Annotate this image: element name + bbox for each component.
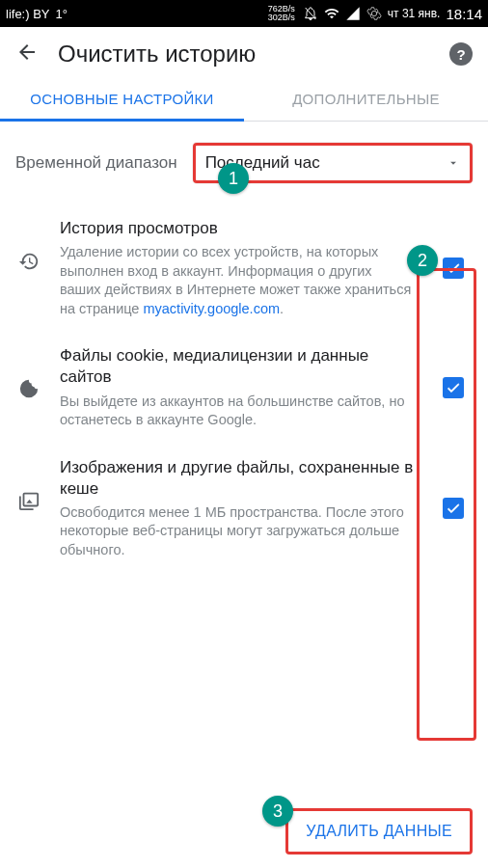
history-icon (18, 251, 40, 272)
wifi-icon (324, 6, 339, 21)
tab-indicator (0, 119, 244, 122)
signal-icon (345, 6, 361, 21)
chevron-down-icon (447, 156, 460, 170)
status-date: чт 31 янв. (388, 7, 441, 20)
checkbox-cookies[interactable] (443, 377, 464, 398)
carrier-label: life:) BY (6, 7, 50, 21)
action-bar: УДАЛИТЬ ДАННЫЕ (285, 808, 473, 854)
check-icon (446, 260, 461, 276)
dnd-icon (303, 6, 318, 21)
tab-advanced[interactable]: ДОПОЛНИТЕЛЬНЫЕ (244, 77, 488, 121)
tabs: ОСНОВНЫЕ НАСТРОЙКИ ДОПОЛНИТЕЛЬНЫЕ (0, 77, 488, 122)
net-speed-up: 302B/s (268, 14, 295, 22)
arrow-back-icon (15, 41, 39, 64)
help-button[interactable]: ? (449, 42, 473, 66)
android-status-bar: life:) BY 1° 762B/s 302B/s чт 31 янв. 18… (0, 0, 488, 27)
app-header: Очистить историю ? (0, 27, 488, 77)
clear-data-button[interactable]: УДАЛИТЬ ДАННЫЕ (285, 808, 473, 854)
temperature: 1° (56, 7, 68, 21)
option-cached-images[interactable]: Изображения и другие файлы, сохраненные … (0, 444, 488, 574)
option-description: Вы выйдете из аккаунтов на большинстве с… (60, 393, 417, 430)
page-title: Очистить историю (58, 41, 430, 68)
check-icon (446, 501, 461, 516)
annotation-badge-1: 1 (218, 163, 249, 194)
image-icon (18, 490, 40, 511)
time-range-label: Временной диапазон (15, 153, 177, 173)
status-time: 18:14 (446, 6, 482, 22)
checkbox-cached-images[interactable] (443, 498, 464, 519)
option-description: Удаление истории со всех устройств, на к… (60, 243, 417, 318)
annotation-badge-2: 2 (407, 245, 438, 276)
option-title: История просмотров (60, 218, 417, 239)
checkbox-browsing-history[interactable] (443, 258, 464, 279)
help-icon: ? (456, 46, 465, 63)
option-title: Изображения и другие файлы, сохраненные … (60, 457, 417, 500)
option-cookies[interactable]: Файлы cookie, медиалицензии и данные сай… (0, 332, 488, 443)
option-description: Освободится менее 1 МБ пространства. Пос… (60, 503, 417, 560)
tab-basic[interactable]: ОСНОВНЫЕ НАСТРОЙКИ (0, 77, 244, 121)
settings-gear-icon (366, 6, 382, 21)
check-icon (446, 380, 461, 395)
myactivity-link[interactable]: myactivity.google.com (143, 301, 280, 316)
cookie-icon (18, 378, 40, 399)
option-title: Файлы cookie, медиалицензии и данные сай… (60, 345, 417, 388)
annotation-badge-3: 3 (262, 796, 293, 827)
back-button[interactable] (15, 41, 39, 68)
